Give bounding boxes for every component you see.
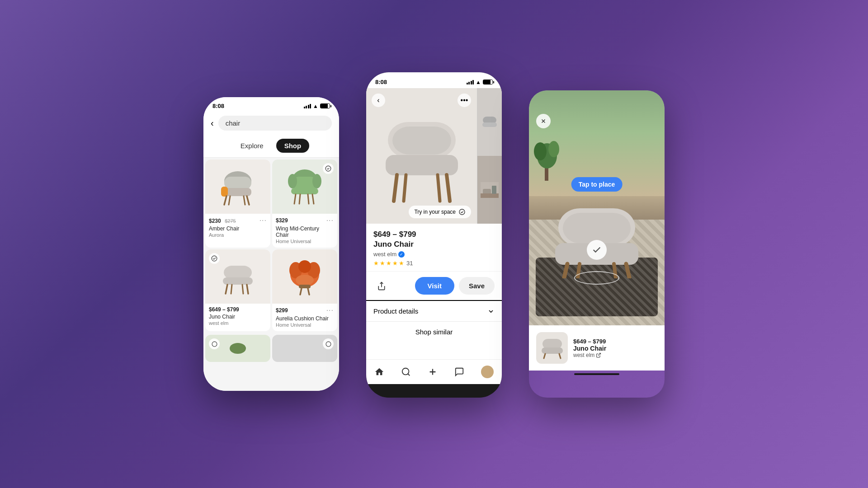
shop-similar-row[interactable]: Shop similar (366, 321, 502, 342)
list-item-partial[interactable] (205, 335, 270, 362)
list-item[interactable]: $329 ··· Wing Mid-Century Chair Home Uni… (272, 160, 337, 248)
svg-rect-30 (299, 285, 311, 288)
more-icon[interactable]: ··· (259, 216, 267, 225)
ar-try-icon (458, 208, 466, 216)
ar-product-card: $649 – $799 Juno Chair west elm (529, 325, 665, 371)
ar-badge (209, 338, 220, 349)
svg-rect-20 (223, 277, 253, 285)
svg-line-15 (312, 194, 314, 204)
item-price: $230 (209, 218, 221, 224)
tab-shop[interactable]: Shop (276, 139, 310, 153)
cushion-chair-image (272, 249, 337, 304)
product-thumb-1[interactable] (477, 88, 502, 156)
try-label: Try in your space (414, 209, 456, 215)
review-count: 31 (406, 260, 413, 267)
save-button[interactable]: Save (459, 277, 495, 295)
wing-chair-info: $329 ··· Wing Mid-Century Chair Home Uni… (272, 214, 337, 248)
svg-line-31 (300, 288, 302, 295)
price-row: $649 – $799 (209, 306, 267, 313)
ar-badge[interactable] (323, 163, 334, 174)
list-item[interactable]: $649 – $799 Juno Chair west elm (205, 249, 270, 331)
ar-badge (323, 338, 334, 349)
product-thumb-2[interactable] (477, 156, 502, 224)
status-icons-1: ▲ (304, 103, 330, 109)
more-button[interactable]: ••• (458, 94, 471, 107)
amber-chair-svg (217, 168, 258, 206)
home-nav-button-2[interactable] (374, 367, 384, 377)
back-button-2[interactable]: ‹ (372, 94, 385, 107)
confirm-placement-button[interactable] (587, 240, 607, 260)
svg-line-60 (626, 264, 629, 277)
add-nav-button-2[interactable] (428, 367, 438, 377)
search-input[interactable] (218, 116, 332, 131)
ar-icon (211, 255, 217, 262)
ar-status-bar (529, 90, 665, 101)
svg-line-14 (294, 194, 296, 204)
battery-icon (483, 80, 493, 84)
close-icon (540, 118, 547, 124)
svg-line-40 (394, 175, 397, 201)
tap-to-place-button[interactable]: Tap to place (571, 177, 623, 192)
star-half: ★ (399, 260, 404, 267)
profile-nav-button-2[interactable] (481, 366, 494, 378)
item-name: Juno Chair (209, 314, 267, 320)
tab-explore[interactable]: Explore (233, 139, 271, 152)
item-store: Home Universal (276, 239, 334, 244)
avatar-2 (481, 366, 494, 378)
back-button[interactable]: ‹ (211, 118, 214, 128)
home-indicator-3 (574, 373, 619, 375)
cushion-chair-svg (284, 258, 325, 296)
cta-buttons: Visit Save (415, 277, 495, 295)
svg-line-24 (242, 285, 243, 294)
time-2: 8:08 (375, 79, 387, 85)
svg-line-16 (299, 194, 300, 204)
ar-badge[interactable] (209, 253, 220, 264)
time-1: 8:08 (212, 103, 224, 109)
list-item-partial-2[interactable] (272, 335, 337, 362)
battery-icon (320, 103, 330, 108)
product-details-row[interactable]: Product details (366, 300, 502, 321)
main-product-image (366, 88, 477, 224)
amber-chair-image (205, 160, 270, 214)
item-name: Aurelia Cushion Chair (276, 315, 334, 322)
price-row: $329 ··· (276, 216, 334, 225)
juno-chair-info: $649 – $799 Juno Chair west elm (205, 304, 270, 329)
ar-product-name: Juno Chair (573, 345, 606, 352)
svg-point-50 (459, 209, 465, 215)
svg-line-32 (308, 288, 309, 295)
svg-line-5 (247, 196, 249, 205)
svg-point-33 (212, 342, 217, 347)
more-icon[interactable]: ··· (326, 306, 334, 314)
tab-row: Explore Shop (203, 135, 339, 158)
ar-product-info: $649 – $799 Juno Chair west elm (573, 338, 606, 358)
external-link-icon (596, 352, 601, 358)
status-icons-2: ▲ (467, 79, 493, 85)
share-button[interactable] (373, 278, 390, 294)
product-image-area: ‹ ••• Try in your space (366, 88, 502, 224)
visit-button[interactable]: Visit (415, 277, 454, 295)
more-icon[interactable]: ··· (326, 216, 334, 225)
svg-rect-49 (492, 186, 496, 194)
svg-rect-38 (392, 127, 451, 155)
close-ar-button[interactable] (536, 114, 551, 128)
list-item[interactable]: $299 ··· Aurelia Cushion Chair Home Univ… (272, 249, 337, 331)
svg-line-4 (224, 196, 226, 205)
ar-chair (547, 197, 646, 280)
svg-line-41 (447, 175, 450, 201)
item-price-old: $275 (225, 218, 236, 224)
product-info: $649 – $799 Juno Chair west elm ✓ ★ ★ ★ … (366, 224, 502, 271)
search-nav-button-2[interactable] (401, 367, 411, 377)
svg-rect-64 (542, 347, 563, 354)
ar-plant (533, 127, 561, 181)
svg-point-8 (326, 166, 331, 171)
list-item[interactable]: $230 $275 ··· Amber Chair Aurora (205, 160, 270, 248)
svg-point-18 (212, 256, 217, 261)
try-in-space-button[interactable]: Try in your space (409, 206, 471, 218)
rating-row: ★ ★ ★ ★ ★ 31 (373, 260, 495, 267)
messages-nav-button-2[interactable] (454, 367, 464, 377)
room-thumb-svg (481, 182, 499, 198)
svg-line-65 (544, 354, 545, 358)
ar-view: Tap to place (529, 90, 665, 325)
item-store: Aurora (209, 232, 267, 238)
svg-point-11 (288, 174, 297, 188)
